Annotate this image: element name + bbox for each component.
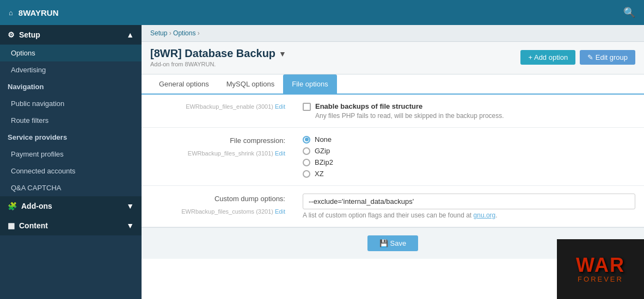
- custom-dump-main-label: Custom dump options:: [147, 194, 285, 205]
- custom-dump-desc: A list of custom option flags and their …: [303, 211, 635, 219]
- sidebar-service-providers-label: Service providers: [0, 129, 142, 146]
- file-compression-edit[interactable]: Edit: [275, 150, 285, 157]
- field-enable-backups: EWRbackup_files_enable (3001) Edit Enabl…: [142, 95, 644, 128]
- custom-dump-edit[interactable]: Edit: [275, 208, 285, 215]
- radio-xz-label: XZ: [315, 170, 324, 178]
- sidebar-item-connected-accounts[interactable]: Connected accounts: [0, 163, 142, 179]
- edit-group-button[interactable]: ✎ Edit group: [580, 50, 635, 65]
- enable-backups-label-col: EWRbackup_files_enable (3001) Edit: [142, 95, 294, 127]
- chevron-down-icon: ▼: [126, 202, 134, 210]
- radio-xz-circle[interactable]: [303, 170, 310, 178]
- war-sub: FOREVER: [578, 275, 623, 283]
- file-compression-code: EWRbackup_files_shrink (3101) Edit: [147, 149, 285, 159]
- gnu-link[interactable]: gnu.org: [474, 211, 496, 219]
- page-header: [8WR] Database Backup ▼ Add-on from 8WAY…: [142, 42, 644, 74]
- custom-dump-code: EWRbackup_files_customs (3201) Edit: [147, 207, 285, 217]
- chevron-up-icon: ▲: [126, 30, 134, 39]
- file-compression-label-col: File compression: EWRbackup_files_shrink…: [142, 128, 294, 185]
- top-nav-left: ⌂ 8WAYRUN: [9, 8, 59, 17]
- radio-gzip-label: GZip: [315, 147, 330, 155]
- app-logo: 8WAYRUN: [19, 8, 59, 17]
- header-buttons: + Add option ✎ Edit group: [520, 50, 635, 65]
- custom-dump-input[interactable]: [303, 194, 635, 209]
- radio-gzip-circle[interactable]: [303, 147, 310, 155]
- tab-general[interactable]: General options: [150, 74, 218, 95]
- tab-file[interactable]: File options: [283, 74, 336, 95]
- search-icon[interactable]: 🔍: [623, 7, 635, 18]
- breadcrumb-sep1: ›: [169, 29, 171, 37]
- radio-none[interactable]: None: [303, 135, 635, 144]
- enable-backups-label: Enable backups of file structure: [315, 102, 504, 110]
- breadcrumb-setup[interactable]: Setup: [150, 29, 167, 37]
- add-option-button[interactable]: + Add option: [520, 50, 575, 65]
- sidebar-item-qa-captcha[interactable]: Q&A CAPTCHA: [0, 179, 142, 196]
- file-compression-radio-group: None GZip BZip2 XZ: [303, 135, 635, 178]
- breadcrumb-sep2: ›: [198, 29, 200, 37]
- enable-backups-desc: Any files PHP fails to read, will be ski…: [315, 112, 504, 120]
- radio-xz[interactable]: XZ: [303, 170, 635, 178]
- sidebar-item-route-filters[interactable]: Route filters: [0, 112, 142, 129]
- radio-gzip[interactable]: GZip: [303, 147, 635, 155]
- sidebar-addons-header[interactable]: 🧩 Add-ons ▼: [0, 196, 142, 216]
- sidebar-content-header[interactable]: ▦ Content ▼: [0, 216, 142, 235]
- tabs-bar: General options MySQL options File optio…: [142, 74, 644, 95]
- radio-none-label: None: [315, 135, 332, 144]
- custom-dump-label-col: Custom dump options: EWRbackup_files_cus…: [142, 186, 294, 227]
- sidebar-item-options[interactable]: Options: [0, 45, 142, 61]
- sidebar-navigation-label: Navigation: [0, 78, 142, 95]
- page-subtitle: Add-on from 8WAYRUN.: [150, 61, 286, 67]
- setup-icon: ⚙: [8, 30, 15, 39]
- enable-backups-checkbox-row: Enable backups of file structure Any fil…: [303, 102, 635, 120]
- sidebar-item-payment-profiles[interactable]: Payment profiles: [0, 146, 142, 163]
- file-compression-value-col: None GZip BZip2 XZ: [294, 128, 644, 185]
- sidebar-item-advertising[interactable]: Advertising: [0, 61, 142, 78]
- enable-backups-edit[interactable]: Edit: [275, 103, 285, 110]
- radio-bzip2-circle[interactable]: [303, 159, 310, 166]
- home-icon[interactable]: ⌂: [9, 9, 13, 17]
- sidebar-item-public-navigation[interactable]: Public navigation: [0, 95, 142, 112]
- radio-none-circle[interactable]: [303, 136, 310, 144]
- war-badge: WAR FOREVER: [557, 239, 644, 299]
- title-dropdown-icon[interactable]: ▼: [279, 49, 286, 58]
- radio-bzip2-label: BZip2: [315, 158, 333, 166]
- main-layout: ⚙ Setup ▲ Options Advertising Navigation…: [0, 25, 644, 299]
- puzzle-icon: 🧩: [8, 202, 17, 210]
- breadcrumb: Setup › Options ›: [142, 25, 644, 42]
- radio-bzip2[interactable]: BZip2: [303, 158, 635, 166]
- field-custom-dump: Custom dump options: EWRbackup_files_cus…: [142, 186, 644, 227]
- enable-backups-value-col: Enable backups of file structure Any fil…: [294, 95, 644, 127]
- tab-mysql[interactable]: MySQL options: [218, 74, 283, 95]
- war-text: WAR: [576, 256, 625, 275]
- sidebar-setup-header[interactable]: ⚙ Setup ▲: [0, 25, 142, 45]
- sidebar: ⚙ Setup ▲ Options Advertising Navigation…: [0, 25, 142, 299]
- page-title: [8WR] Database Backup ▼: [150, 47, 286, 60]
- enable-backups-code: EWRbackup_files_enable (3001) Edit: [147, 102, 285, 112]
- save-button[interactable]: 💾 Save: [367, 235, 418, 251]
- chevron-down-icon-2: ▼: [126, 221, 134, 230]
- custom-dump-value-col: A list of custom option flags and their …: [294, 186, 644, 227]
- enable-backups-checkbox[interactable]: [303, 103, 311, 111]
- breadcrumb-options[interactable]: Options: [173, 29, 195, 37]
- content-icon: ▦: [8, 221, 15, 230]
- top-nav: ⌂ 8WAYRUN 🔍: [0, 0, 644, 25]
- file-compression-main-label: File compression:: [147, 135, 285, 147]
- field-file-compression: File compression: EWRbackup_files_shrink…: [142, 128, 644, 186]
